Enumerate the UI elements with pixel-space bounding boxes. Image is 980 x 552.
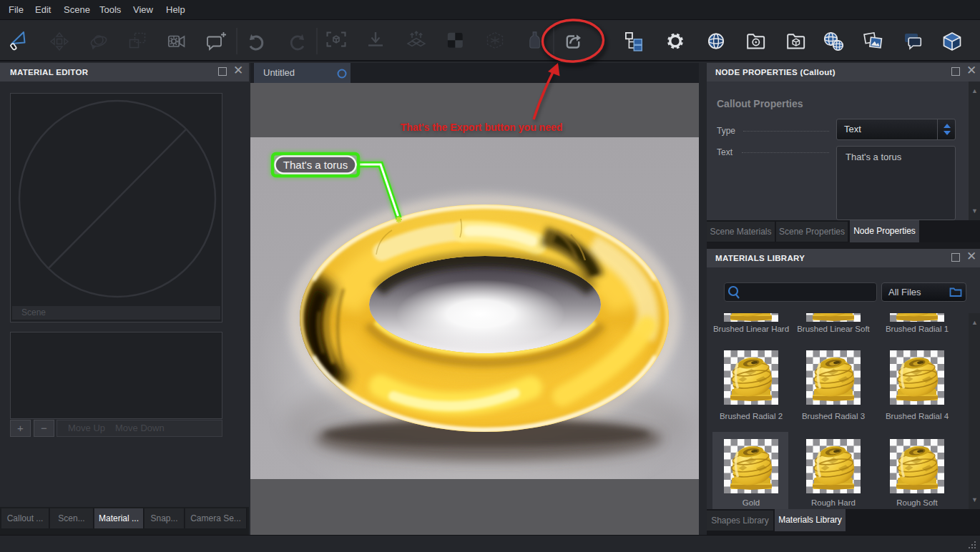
svg-text:That's a torus: That's a torus	[283, 159, 348, 171]
